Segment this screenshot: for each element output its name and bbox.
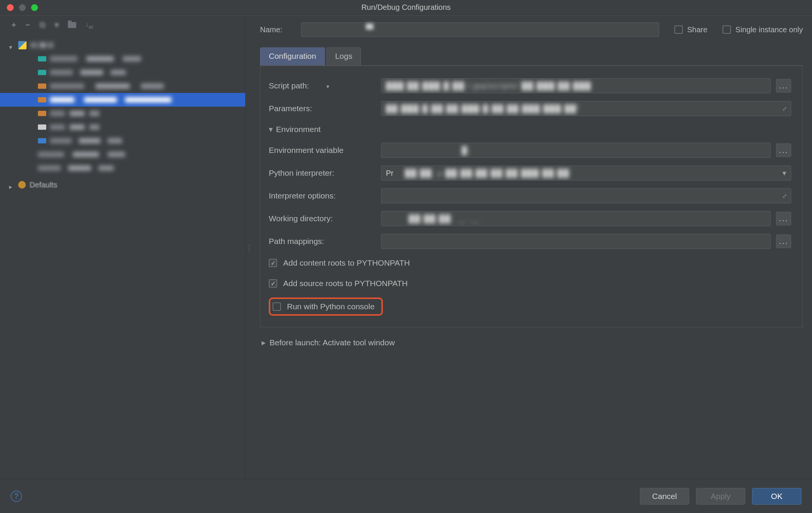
run-with-console-label: Run with Python console — [287, 302, 375, 311]
tree-item-label — [50, 56, 141, 61]
row-env-vars: Environment variable █ . ... — [269, 139, 791, 162]
add-content-roots-checkbox[interactable] — [269, 259, 277, 267]
interpreter-select[interactable]: Pr ██ ██ ,y ██ ██ ██ ██ ██ ███ ██ ██ ▾ — [381, 165, 791, 181]
name-row: Name: Share Single instance only — [260, 19, 803, 40]
env-vars-input[interactable]: █ . — [381, 143, 771, 158]
config-icon — [38, 124, 46, 130]
dialog-content: + − ⧉ ▾ ↓az — [0, 15, 812, 479]
working-dir-label: Working directory: — [269, 214, 373, 223]
add-config-button[interactable]: + — [11, 21, 16, 29]
config-icon — [38, 83, 46, 89]
close-window-button[interactable] — [7, 4, 14, 11]
row-add-source-roots[interactable]: Add source roots to PYTHONPATH — [269, 273, 791, 294]
row-script-path: Script path: ▾ ███ ██ ███ █ ██ /.jpq/scr… — [269, 74, 791, 97]
chevron-right-icon — [262, 338, 266, 347]
ok-button[interactable]: OK — [752, 488, 801, 505]
save-config-button[interactable]: ▾ — [55, 21, 59, 29]
sort-configs-button[interactable]: ↓az — [85, 21, 94, 29]
chevron-down-icon: ▾ — [782, 168, 786, 178]
script-path-label-text: Script path: — [269, 81, 309, 90]
name-input[interactable] — [301, 22, 659, 37]
sidebar-toolbar: + − ⧉ ▾ ↓az — [0, 16, 245, 35]
tree-item[interactable] — [0, 134, 245, 148]
run-with-console-checkbox[interactable] — [273, 302, 281, 311]
configurations-sidebar: + − ⧉ ▾ ↓az — [0, 16, 246, 479]
maximize-window-button[interactable] — [31, 4, 38, 11]
interp-options-label: Interpreter options: — [269, 191, 373, 200]
tree-item[interactable] — [0, 120, 245, 134]
highlighted-run-with-console: Run with Python console — [269, 297, 383, 316]
browse-working-dir-button[interactable]: ... — [776, 212, 791, 225]
expand-arrow-icon — [9, 182, 14, 187]
config-icon — [38, 111, 46, 116]
add-source-roots-label: Add source roots to PYTHONPATH — [283, 279, 408, 288]
row-add-content-roots[interactable]: Add content roots to PYTHONPATH — [269, 253, 791, 273]
config-tree[interactable]: Defaults — [0, 35, 245, 479]
tree-item[interactable] — [0, 52, 245, 66]
python-icon — [18, 41, 27, 49]
apply-button[interactable]: Apply — [696, 488, 745, 505]
config-icon — [38, 97, 46, 102]
tree-item-label — [50, 138, 122, 143]
tree-item[interactable] — [0, 161, 245, 175]
expand-icon[interactable]: ⤢ — [782, 105, 787, 112]
dialog-footer: ? Cancel Apply OK — [0, 479, 812, 513]
tab-logs[interactable]: Logs — [326, 47, 361, 65]
script-path-input[interactable]: ███ ██ ███ █ ██ /.jpq/scripts/ ██ ███ ██… — [381, 78, 771, 93]
single-instance-checkbox[interactable] — [723, 25, 731, 34]
remove-config-button[interactable]: − — [25, 21, 30, 29]
section-before-launch[interactable]: Before launch: Activate tool window — [260, 327, 803, 347]
tree-item-label — [50, 97, 171, 102]
working-dir-input[interactable]: ██ ██ ██ . _ . _ . — [381, 211, 771, 226]
tree-item[interactable] — [0, 79, 245, 93]
single-instance-checkbox-group[interactable]: Single instance only — [723, 25, 803, 34]
env-vars-label: Environment variable — [269, 146, 373, 155]
move-to-folder-button[interactable] — [68, 22, 76, 28]
tree-item-selected[interactable] — [0, 93, 245, 107]
interp-options-input[interactable]: ⤢ — [381, 188, 791, 203]
name-label: Name: — [260, 25, 294, 34]
browse-env-vars-button[interactable]: ... — [776, 143, 791, 157]
tree-item[interactable] — [0, 66, 245, 79]
parameters-input[interactable]: ██ ███ █ ██ ██ ███ █ ██ ██ ███ ███ ██" ⤢ — [381, 101, 791, 116]
browse-script-button[interactable]: ... — [776, 79, 791, 93]
tree-group-python[interactable] — [0, 38, 245, 52]
tree-group-defaults[interactable]: Defaults — [0, 178, 245, 192]
config-editor: Name: Share Single instance only Configu… — [249, 16, 812, 479]
chevron-down-icon[interactable]: ▾ — [326, 83, 329, 90]
window-title: Run/Debug Configurations — [361, 3, 451, 12]
copy-config-button[interactable]: ⧉ — [39, 21, 45, 29]
gear-icon — [18, 181, 26, 189]
tabs: Configuration Logs — [260, 47, 803, 66]
tree-item[interactable] — [0, 148, 245, 161]
tree-item-label — [50, 83, 164, 89]
row-parameters: Parameters: ██ ███ █ ██ ██ ███ █ ██ ██ █… — [269, 97, 791, 120]
interpreter-prefix: Pr — [386, 169, 393, 178]
tree-item-label — [38, 152, 125, 157]
share-checkbox-group[interactable]: Share — [674, 25, 707, 34]
help-button[interactable]: ? — [11, 491, 22, 502]
title-bar: Run/Debug Configurations — [0, 0, 812, 15]
tab-configuration[interactable]: Configuration — [260, 47, 325, 65]
row-run-with-console[interactable]: Run with Python console — [273, 302, 375, 311]
tree-item-label — [50, 70, 126, 75]
share-checkbox[interactable] — [674, 25, 683, 34]
config-icon — [38, 56, 46, 61]
before-launch-label: Before launch: Activate tool window — [270, 338, 395, 347]
cancel-button[interactable]: Cancel — [640, 488, 689, 505]
add-source-roots-checkbox[interactable] — [269, 279, 277, 288]
section-environment[interactable]: Environment — [269, 120, 791, 139]
chevron-down-icon — [269, 125, 273, 134]
add-content-roots-label: Add content roots to PYTHONPATH — [283, 258, 410, 268]
expand-icon[interactable]: ⤢ — [782, 192, 787, 200]
minimize-window-button[interactable] — [19, 4, 26, 11]
tree-item[interactable] — [0, 107, 245, 120]
tree-item-label — [50, 124, 99, 130]
path-mappings-input[interactable] — [381, 234, 771, 249]
splitter-handle[interactable] — [246, 16, 249, 479]
tree-defaults-label: Defaults — [30, 181, 57, 189]
browse-path-mappings-button[interactable]: ... — [776, 234, 791, 248]
single-instance-label: Single instance only — [735, 25, 803, 34]
script-path-label: Script path: ▾ — [269, 81, 373, 90]
environment-section-label: Environment — [276, 125, 321, 134]
